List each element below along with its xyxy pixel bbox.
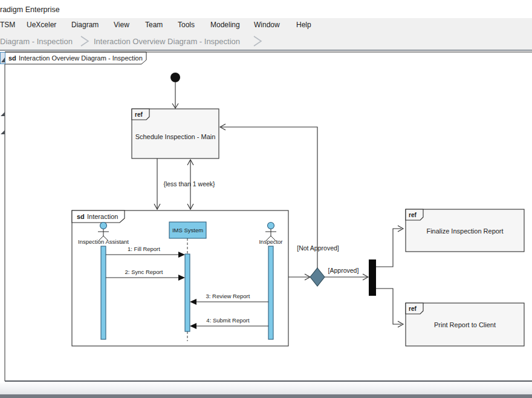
ref-label: Print Report to Client [434, 321, 496, 328]
message-label: 4: Submit Report [206, 317, 250, 324]
interaction-title: Interaction [87, 213, 118, 220]
ref-print-report-to-client[interactable]: ref Print Report to Client [406, 303, 524, 346]
activation-bar [185, 254, 190, 331]
initial-node-circle [170, 73, 180, 82]
collapsed-panel-grip[interactable] [1, 53, 5, 64]
activation-bar [101, 246, 106, 339]
interaction-keyword: sd [77, 213, 85, 220]
message-label: 3: Review Report [206, 293, 250, 299]
interaction-overview-diagram[interactable]: sd Interaction Overview Diagram - Inspec… [0, 0, 532, 398]
initial-node[interactable] [170, 73, 180, 82]
guard-not-approved: [Not Approved] [297, 244, 339, 252]
ref-keyword: ref [135, 111, 143, 118]
flow-line [376, 229, 401, 267]
flow-fork-to-finalize[interactable] [376, 226, 403, 267]
constraint-label: {less than 1 week} [163, 180, 215, 188]
flow-fork-to-print[interactable] [376, 289, 403, 327]
fork-bar [369, 259, 376, 296]
panel-grip-arrow-icon[interactable] [1, 112, 5, 116]
frame-title: Interaction Overview Diagram - Inspectio… [19, 54, 143, 62]
window-bottom-edge [0, 394, 532, 398]
ref-label: Finalize Inspection Report [426, 227, 503, 235]
status-bar [0, 383, 532, 394]
ref-label: Schedule Inspection - Main [135, 133, 216, 140]
guard-approved: [Approved] [328, 267, 359, 274]
actor-label: Inspection Assistant [78, 238, 129, 245]
actor-head [100, 223, 107, 229]
app-window: radigm Enterprise TSM UeXceler Diagram V… [0, 0, 532, 398]
decision-node[interactable] [310, 268, 325, 286]
flow-schedule-to-interaction[interactable] [154, 158, 160, 209]
ref-keyword: ref [409, 212, 417, 218]
ref-keyword: ref [409, 305, 417, 312]
message-label: 2: Sync Report [125, 269, 163, 275]
object-label: IMS System [172, 227, 203, 233]
activation-bar [268, 246, 273, 339]
duration-constraint[interactable]: {less than 1 week} [163, 160, 215, 209]
fork-node[interactable] [369, 259, 376, 296]
panel-grip-arrow-icon[interactable] [1, 130, 5, 134]
flow-initial-to-schedule[interactable] [172, 82, 178, 108]
flow-interaction-to-decision[interactable] [288, 274, 310, 280]
message-label: 1: Fill Report [128, 246, 160, 252]
frame-keyword: sd [8, 54, 16, 62]
decision-diamond [310, 268, 325, 286]
actor-label: Inspector [259, 238, 282, 245]
ref-finalize-inspection-report[interactable]: ref Finalize Inspection Report [406, 209, 524, 252]
ref-schedule-inspection[interactable]: ref Schedule Inspection - Main [132, 109, 219, 158]
flow-approved[interactable]: [Approved] [325, 267, 368, 280]
actor-head [268, 223, 274, 229]
flow-line [376, 289, 401, 324]
